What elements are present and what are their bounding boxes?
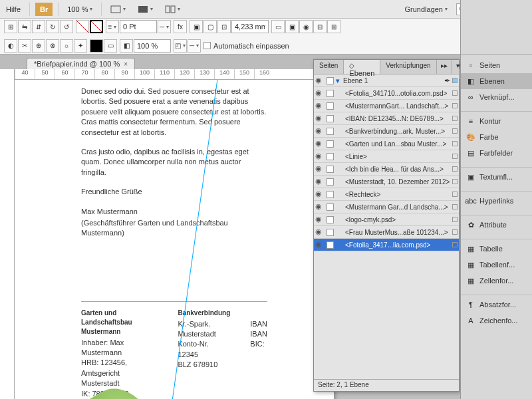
bridge-button[interactable]: Br [35, 3, 53, 16]
arrange-dropdown[interactable] [162, 3, 184, 16]
fill-swatch[interactable] [76, 20, 89, 33]
autofit-checkbox[interactable]: Automatisch einpassen [203, 42, 289, 50]
layer-row[interactable]: ◉<Musterstadt, 10. Dezember 2012> [314, 176, 459, 188]
tool-gen6-icon[interactable]: ✦ [74, 39, 87, 53]
select-chip[interactable] [452, 128, 458, 134]
select-chip[interactable] [452, 242, 458, 247]
lock-box[interactable] [327, 203, 334, 211]
layer-row[interactable]: ◉<Rechteck> [314, 188, 459, 201]
visibility-icon[interactable]: ◉ [315, 88, 325, 98]
tool-gen1-icon[interactable]: ◐ [4, 39, 17, 53]
visibility-icon[interactable]: ◉ [315, 114, 325, 123]
lock-box[interactable] [327, 153, 334, 160]
select-chip[interactable] [452, 103, 458, 108]
sidebar-item-zeichenfo[interactable]: AZeichenfo... [461, 313, 532, 329]
layer-row[interactable]: ◉<Fotolia_341710...otolia.com.psd> [314, 87, 459, 100]
ref-point-icon[interactable]: ⊞ [4, 20, 17, 33]
lock-box[interactable] [327, 166, 334, 173]
visibility-icon[interactable]: ◉ [315, 177, 325, 186]
sidebar-item-absatzfor[interactable]: ¶Absatzfor... [461, 297, 532, 313]
tool-gen2-icon[interactable]: ✂ [18, 39, 31, 53]
sidebar-item-zellenfor[interactable]: ▦Zellenfor... [461, 273, 532, 289]
workspace-dropdown[interactable]: Grundlagen [402, 3, 452, 16]
layer-row[interactable]: ◉<Bankverbindung...ark. Muster...> [314, 125, 459, 138]
layer-row[interactable]: ◉<IBAN: DE12345...N: DE6789...> [314, 112, 459, 125]
lock-box[interactable] [327, 102, 334, 110]
sidebar-item-hyperlinks[interactable]: abcHyperlinks [461, 193, 532, 209]
stroke-swatch[interactable] [90, 20, 103, 33]
stroke-weight-dd[interactable]: ≡ [106, 20, 119, 33]
layer-row[interactable]: ◉<Ich bin die Hea... für das Ans...> [314, 163, 459, 176]
select-chip[interactable] [452, 217, 458, 222]
layer-top[interactable]: ◉ ▾ Ebene 1 ✒ [314, 74, 459, 87]
corners2-dd[interactable]: ─ [188, 39, 201, 53]
visibility-icon[interactable]: ◉ [315, 227, 325, 237]
layer-row[interactable]: ◉<Garten und Lan...sbau Muster...> [314, 138, 459, 150]
visibility-icon[interactable]: ◉ [315, 215, 325, 224]
visibility-icon[interactable]: ◉ [315, 190, 325, 199]
layer-row[interactable]: ◉<MustermannGart... Landschaft...> [314, 100, 459, 112]
sidebar-item-verknpf[interactable]: ∞Verknüpf... [461, 89, 532, 105]
wrap-none-icon[interactable]: ▭ [271, 20, 285, 33]
select-chip[interactable] [452, 192, 458, 197]
fit-frame-icon[interactable]: ▣ [190, 20, 203, 33]
sidebar-item-farbfelder[interactable]: ▤Farbfelder [461, 145, 532, 161]
center-content-icon[interactable]: ⊡ [217, 20, 231, 33]
visibility-icon[interactable]: ◉ [315, 126, 325, 136]
lock-box[interactable] [327, 90, 334, 97]
layer-row[interactable]: ◉<Frau MusterMus...aße 101234...> [314, 226, 459, 239]
zoom-dropdown[interactable]: 100 % [64, 3, 96, 16]
sidebar-item-attribute[interactable]: ✿Attribute [461, 217, 532, 233]
sidebar-item-kontur[interactable]: ≡Kontur [461, 113, 532, 129]
close-tab-icon[interactable]: × [124, 61, 128, 68]
lock-box[interactable] [327, 140, 334, 148]
measure-input[interactable] [231, 20, 269, 33]
fill-none-icon[interactable]: ▭ [104, 39, 117, 53]
visibility-icon[interactable]: ◉ [315, 164, 325, 174]
effects-icon[interactable]: fx [174, 20, 187, 33]
layer-row[interactable]: ◉<Fotolia_3417...lia.com.psd> [314, 239, 459, 251]
wrap-bbox-icon[interactable]: ▣ [285, 20, 299, 33]
visibility-icon[interactable]: ◉ [315, 76, 325, 85]
lock-box[interactable] [327, 241, 334, 249]
select-chip[interactable] [452, 204, 458, 209]
visibility-icon[interactable]: ◉ [315, 240, 325, 249]
lock-box[interactable] [327, 178, 334, 186]
sidebar-item-farbe[interactable]: 🎨Farbe [461, 129, 532, 145]
layer-row[interactable]: ◉<logo-cmyk.psd> [314, 213, 459, 226]
page-text-frame[interactable]: Donec sed odio dui. Sed posuere consecte… [15, 80, 334, 399]
wrap-jump-icon[interactable]: ⊟ [313, 20, 327, 33]
wrap-jump-next-icon[interactable]: ⊞ [327, 20, 340, 33]
sidebar-item-ebenen[interactable]: ◧Ebenen [461, 73, 532, 89]
select-chip[interactable] [452, 116, 458, 121]
sidebar-item-textumfl[interactable]: ▣Textumfl... [461, 169, 532, 185]
lock-box[interactable] [327, 191, 334, 198]
layer-row[interactable]: ◉<Linie> [314, 150, 459, 163]
select-chip[interactable] [452, 154, 458, 159]
visibility-icon[interactable]: ◉ [315, 101, 325, 110]
lock-box[interactable] [327, 216, 334, 223]
lock-box[interactable] [327, 115, 334, 122]
visibility-icon[interactable]: ◉ [315, 152, 325, 161]
stroke-weight-input[interactable] [120, 20, 157, 33]
sidebar-item-tabelle[interactable]: ▦Tabelle [461, 241, 532, 257]
select-chip[interactable] [452, 90, 458, 96]
select-chip[interactable] [452, 166, 458, 172]
flip-v-icon[interactable]: ⇵ [32, 20, 45, 33]
rotate-ccw-icon[interactable]: ↺ [60, 20, 73, 33]
tab-verknuepfungen[interactable]: Verknüpfungen [380, 60, 436, 74]
tool-gen4-icon[interactable]: ⊗ [46, 39, 59, 53]
tool-gen5-icon[interactable]: ☼ [60, 39, 73, 53]
help-menu[interactable]: Hilfe [3, 3, 24, 16]
tab-ebenen[interactable]: ◇ Ebenen [344, 60, 380, 74]
tool-gen3-icon[interactable]: ⊕ [32, 39, 45, 53]
screen-mode-dropdown[interactable] [134, 3, 156, 16]
fit-content-icon[interactable]: ▢ [203, 20, 217, 33]
lock-box[interactable] [327, 77, 334, 84]
visibility-icon[interactable]: ◉ [315, 202, 325, 211]
select-chip[interactable] [452, 229, 458, 235]
rotate-cw-icon[interactable]: ↻ [46, 20, 59, 33]
view-options-dropdown[interactable] [107, 3, 129, 16]
lock-box[interactable] [327, 229, 334, 236]
wrap-shape-icon[interactable]: ◉ [299, 20, 313, 33]
